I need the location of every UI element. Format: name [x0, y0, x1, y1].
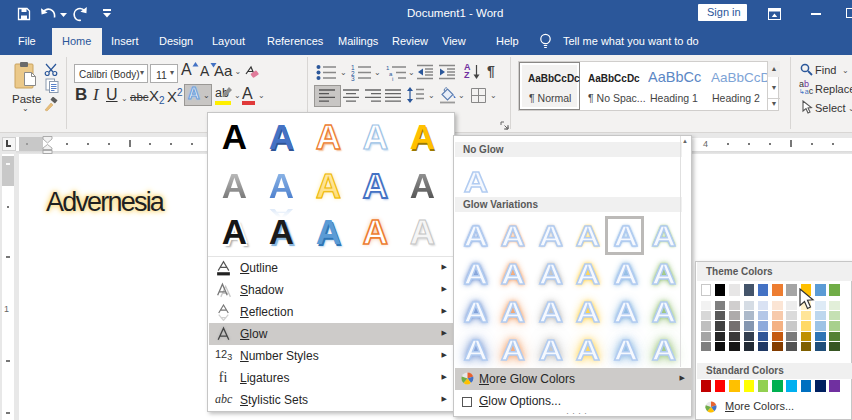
- svg-text:3: 3: [351, 75, 355, 81]
- svg-text:i: i: [392, 76, 393, 81]
